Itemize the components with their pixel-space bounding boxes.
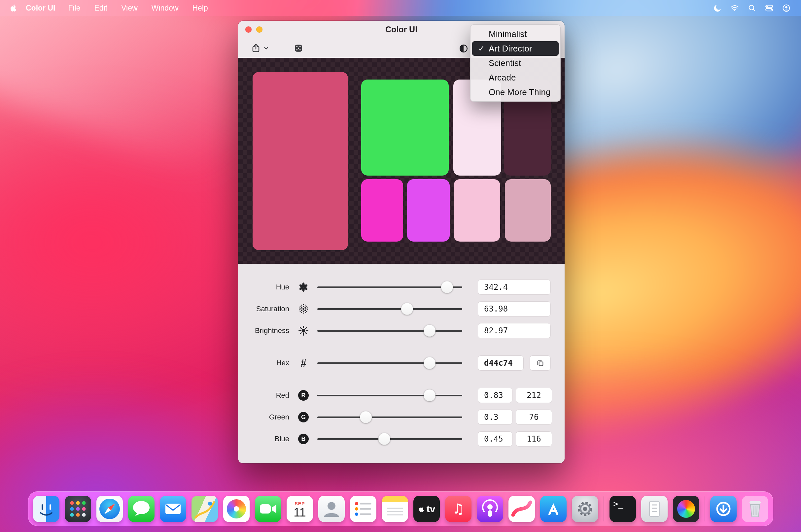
hue-value-field[interactable]: 342.4	[478, 280, 551, 295]
brightness-slider[interactable]	[317, 325, 462, 337]
blue-slider-knob[interactable]	[378, 433, 390, 445]
menubar-menu-view[interactable]: View	[114, 4, 144, 13]
red-slider-track[interactable]	[317, 395, 462, 396]
brightness-value-field[interactable]: 82.97	[478, 323, 551, 338]
green-fraction-field[interactable]: 0.3	[478, 410, 513, 425]
user-icon[interactable]	[781, 3, 791, 13]
green-slider-knob[interactable]	[360, 411, 372, 423]
menubar-menu-edit[interactable]: Edit	[88, 4, 115, 13]
menubar-app-name[interactable]: Color UI	[20, 4, 61, 13]
control-center-icon[interactable]	[764, 3, 774, 13]
swatch-magenta[interactable]	[361, 179, 403, 242]
dock-item-downloads[interactable]	[710, 496, 737, 522]
saturation-label: Saturation	[238, 305, 289, 313]
dock-item-mail[interactable]	[160, 496, 186, 522]
hue-slider[interactable]	[317, 281, 462, 293]
saturation-slider[interactable]	[317, 303, 462, 315]
hex-slider-knob[interactable]	[424, 357, 435, 369]
swatch-base-rose[interactable]	[253, 72, 348, 250]
blue-slider[interactable]	[317, 433, 462, 445]
dock-item-finder[interactable]	[33, 496, 59, 522]
dock-item-notes[interactable]	[382, 496, 408, 522]
red-fraction-field[interactable]: 0.83	[478, 388, 513, 403]
dock-separator	[705, 496, 705, 521]
dock-item-colorui[interactable]	[673, 496, 699, 522]
red-fields: 0.83212	[478, 388, 552, 403]
apple-menu-icon[interactable]	[9, 4, 18, 12]
hash-icon: #	[298, 357, 309, 369]
dock-item-calendar[interactable]: SEP11	[286, 496, 313, 522]
search-icon[interactable]	[747, 3, 757, 13]
menu-item-label: Scientist	[489, 58, 521, 68]
dock-item-launchpad[interactable]	[65, 496, 91, 522]
dock-item-facetime[interactable]	[255, 496, 281, 522]
red-badge-icon: R	[298, 390, 309, 401]
dock-item-podcasts[interactable]	[477, 496, 503, 522]
brightness-slider-track[interactable]	[317, 330, 462, 332]
wifi-icon[interactable]	[730, 3, 740, 13]
dock-item-trash[interactable]	[742, 496, 768, 522]
dock-item-utility[interactable]	[641, 496, 668, 522]
dock-item-music[interactable]: ♫	[445, 496, 471, 522]
dock-item-safari[interactable]	[96, 496, 123, 522]
blue-fraction-field[interactable]: 0.45	[478, 431, 513, 446]
menubar-menu-window[interactable]: Window	[145, 4, 186, 13]
green-byte-field[interactable]: 76	[516, 410, 552, 425]
dock-item-systempreferences[interactable]	[572, 496, 598, 522]
menubar-menu-file[interactable]: File	[61, 4, 87, 13]
dock-item-appstore[interactable]	[540, 496, 566, 522]
swatch-dusty-rose[interactable]	[505, 179, 551, 242]
red-slider[interactable]	[317, 390, 462, 401]
tv-label: tv	[427, 503, 435, 514]
menu-item-art-director[interactable]: ✓Art Director	[472, 41, 559, 56]
dock-item-appletv[interactable]: tv	[413, 496, 440, 522]
red-slider-knob[interactable]	[424, 390, 435, 401]
hex-value-field[interactable]: d44c74	[478, 356, 524, 370]
dock-item-maps[interactable]	[191, 496, 218, 522]
menu-item-arcade[interactable]: Arcade	[472, 70, 559, 85]
blue-label: Blue	[238, 435, 289, 443]
brightness-control-row: Brightness82.97	[238, 320, 564, 342]
swatch-violet[interactable]	[407, 179, 450, 242]
chevron-down-icon	[263, 45, 269, 51]
safari-compass	[99, 499, 120, 519]
saturation-value-field[interactable]: 63.98	[478, 301, 551, 317]
red-byte-field[interactable]: 212	[516, 388, 552, 403]
contrast-icon	[459, 43, 468, 54]
share-button[interactable]	[249, 42, 271, 55]
saturation-slider-track[interactable]	[317, 308, 462, 310]
green-badge: G	[298, 412, 309, 422]
brightness-slider-knob[interactable]	[424, 325, 435, 337]
green-slider-track[interactable]	[317, 417, 462, 418]
menu-item-scientist[interactable]: Scientist	[472, 56, 559, 70]
hex-slider-track[interactable]	[317, 362, 462, 364]
menubar-menu-help[interactable]: Help	[185, 4, 215, 13]
dock-item-reminders[interactable]	[350, 496, 376, 522]
moon-icon[interactable]	[712, 3, 722, 13]
blue-badge-icon: B	[298, 433, 309, 444]
close-button[interactable]	[245, 26, 252, 33]
appearance-menu-button[interactable]	[457, 42, 470, 55]
green-slider[interactable]	[317, 411, 462, 423]
swatch-light-pink[interactable]	[454, 179, 500, 242]
minimize-button[interactable]	[256, 26, 262, 33]
dock-item-terminal[interactable]: >_	[610, 496, 636, 522]
swatch-bright-green[interactable]	[361, 79, 449, 175]
music-note-icon: ♫	[452, 501, 465, 517]
menu-item-minimalist[interactable]: Minimalist	[472, 27, 559, 41]
dock: SEP11tv♫>_	[28, 491, 773, 526]
dock-item-news[interactable]	[508, 496, 535, 522]
blue-badge: B	[298, 434, 309, 444]
saturation-slider-knob[interactable]	[401, 303, 413, 315]
dock-separator	[603, 496, 604, 521]
hue-slider-track[interactable]	[317, 286, 462, 288]
copy-hex-button[interactable]	[529, 356, 551, 370]
randomize-palette-button[interactable]	[292, 42, 305, 54]
dock-item-contacts[interactable]	[318, 496, 345, 522]
menu-item-one-more-thing[interactable]: One More Thing	[472, 85, 559, 99]
dock-item-messages[interactable]	[128, 496, 154, 522]
blue-byte-field[interactable]: 116	[516, 431, 552, 446]
hex-slider[interactable]	[317, 357, 462, 369]
dock-item-photos[interactable]	[223, 496, 249, 522]
hue-slider-knob[interactable]	[441, 281, 453, 293]
